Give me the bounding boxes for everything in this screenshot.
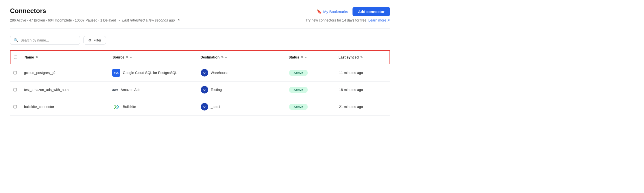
source-icon: aws xyxy=(112,88,118,92)
destination-icon: Q xyxy=(201,103,208,110)
learn-more-link[interactable]: Learn more ↗ xyxy=(368,18,390,22)
page-title: Connectors xyxy=(10,7,46,15)
connector-name: gcloud_postgres_g2 xyxy=(24,71,56,75)
last-synced-cell: 18 minutes ago xyxy=(335,83,390,96)
search-box: 🔍 xyxy=(10,36,80,45)
toolbar: 🔍 ⚙ Filter xyxy=(10,36,390,45)
row-checkbox[interactable] xyxy=(14,71,17,75)
status-sort-icon[interactable]: ⇅ xyxy=(301,56,303,59)
bookmark-icon: 🔖 xyxy=(317,9,322,14)
last-synced-cell: 11 minutes ago xyxy=(335,66,390,79)
table-row: buildkite_connector Buildkite Q _abc1 Ac… xyxy=(10,98,390,116)
last-synced-sort-icon[interactable]: ⇅ xyxy=(360,56,363,59)
dest-sort-icon[interactable]: ⇅ xyxy=(221,56,224,59)
status-badge: Active xyxy=(289,87,308,93)
row-checkbox-cell xyxy=(10,66,20,79)
status-cell: Active xyxy=(285,99,335,114)
search-icon: 🔍 xyxy=(14,38,18,42)
source-cell: Buildkite xyxy=(108,98,196,115)
status-group-icon[interactable]: ≡ xyxy=(305,56,307,59)
source-cell: aws Amazon Ads xyxy=(108,83,196,96)
last-synced-cell: 21 minutes ago xyxy=(335,100,390,113)
status-cell: Active xyxy=(285,65,335,80)
connector-name: buildkite_connector xyxy=(24,105,54,109)
destination-icon: Q xyxy=(201,69,208,76)
connector-name: test_amazon_ads_with_auth xyxy=(24,88,68,92)
table-body: gcloud_postgres_g2 SQL Google Cloud SQL … xyxy=(10,64,390,116)
status-badge: Active xyxy=(289,70,308,76)
filter-button[interactable]: ⚙ Filter xyxy=(84,36,106,44)
name-sort-icon[interactable]: ⇅ xyxy=(36,56,38,59)
free-trial-text: Try new connectors for 14 days for free. xyxy=(306,18,368,22)
name-cell: gcloud_postgres_g2 xyxy=(20,66,108,79)
row-checkbox-cell xyxy=(10,100,20,113)
destination-name: _abc1 xyxy=(211,105,220,109)
destination-cell: Q Testing xyxy=(197,82,285,98)
table-row: gcloud_postgres_g2 SQL Google Cloud SQL … xyxy=(10,64,390,82)
row-checkbox-cell xyxy=(10,83,20,96)
th-last-synced: Last synced ⇅ xyxy=(334,52,390,63)
source-icon: SQL xyxy=(112,69,120,77)
source-name: Buildkite xyxy=(123,105,136,109)
add-connector-button[interactable]: Add connector xyxy=(352,7,390,16)
table-row: test_amazon_ads_with_auth aws Amazon Ads… xyxy=(10,82,390,98)
source-cell: SQL Google Cloud SQL for PostgreSQL xyxy=(108,64,196,81)
dest-group-icon[interactable]: ≡ xyxy=(225,56,227,59)
status-cell: Active xyxy=(285,82,335,98)
last-refreshed-text: Last refreshed a few seconds ago xyxy=(122,18,175,22)
row-checkbox[interactable] xyxy=(14,105,17,109)
destination-cell: Q _abc1 xyxy=(197,98,285,115)
last-synced-value: 11 minutes ago xyxy=(339,71,363,75)
bookmarks-link[interactable]: 🔖 My Bookmarks xyxy=(317,9,348,14)
th-source: Source ⇅ ≡ xyxy=(108,52,196,63)
destination-name: Warehouse xyxy=(211,71,228,75)
source-group-icon[interactable]: ≡ xyxy=(130,56,132,59)
last-synced-value: 18 minutes ago xyxy=(339,88,363,92)
external-link-icon: ↗ xyxy=(387,18,390,22)
separator: • xyxy=(118,18,120,22)
destination-cell: Q Warehouse xyxy=(197,64,285,81)
table-header: Name ⇅ Source ⇅ ≡ Destination ⇅ ≡ Status… xyxy=(10,50,390,64)
stats-text: 286 Active · 47 Broken · 604 Incomplete … xyxy=(10,18,116,22)
source-name: Amazon Ads xyxy=(120,88,140,92)
source-icon xyxy=(112,103,120,111)
filter-icon: ⚙ xyxy=(88,38,92,42)
th-destination: Destination ⇅ ≡ xyxy=(196,52,284,63)
select-all-cell xyxy=(10,51,20,64)
search-input[interactable] xyxy=(20,38,76,42)
select-all-checkbox[interactable] xyxy=(14,55,17,59)
name-cell: test_amazon_ads_with_auth xyxy=(20,83,108,96)
destination-icon: Q xyxy=(201,86,208,94)
destination-name: Testing xyxy=(211,88,222,92)
last-synced-value: 21 minutes ago xyxy=(339,105,363,109)
refresh-icon[interactable]: ↻ xyxy=(177,18,180,22)
th-name: Name ⇅ xyxy=(20,52,108,63)
source-sort-icon[interactable]: ⇅ xyxy=(126,56,128,59)
row-checkbox[interactable] xyxy=(14,88,17,92)
status-badge: Active xyxy=(289,104,308,110)
header-divider xyxy=(10,28,390,29)
source-name: Google Cloud SQL for PostgreSQL xyxy=(123,71,177,75)
th-status: Status ⇅ ≡ xyxy=(284,52,334,63)
name-cell: buildkite_connector xyxy=(20,100,108,113)
